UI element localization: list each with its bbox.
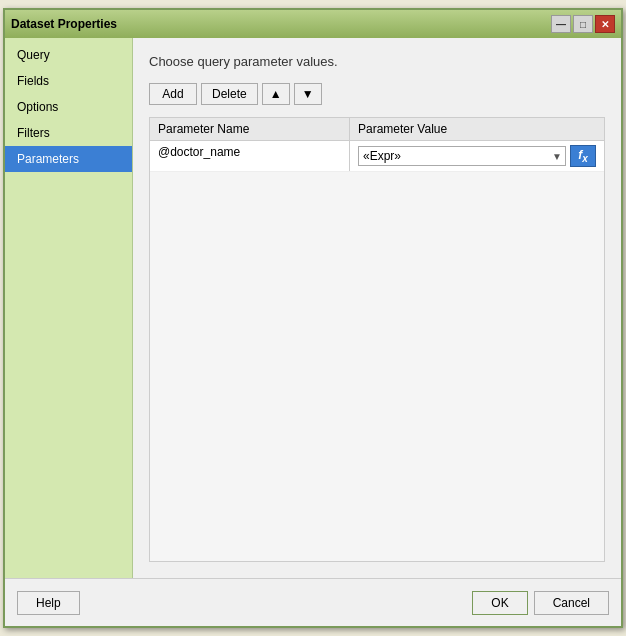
maximize-button[interactable]: □ (573, 15, 593, 33)
bottom-bar: Help OK Cancel (5, 578, 621, 626)
sidebar: Query Fields Options Filters Parameters (5, 38, 133, 578)
table-header: Parameter Name Parameter Value (150, 118, 604, 141)
panel-title: Choose query parameter values. (149, 54, 605, 69)
delete-button[interactable]: Delete (201, 83, 258, 105)
bottom-right-controls: OK Cancel (472, 591, 609, 615)
main-panel: Choose query parameter values. Add Delet… (133, 38, 621, 578)
content-area: Query Fields Options Filters Parameters … (5, 38, 621, 578)
help-button[interactable]: Help (17, 591, 80, 615)
parameter-table: Parameter Name Parameter Value @doctor_n… (149, 117, 605, 562)
title-bar-controls: — □ ✕ (551, 15, 615, 33)
sidebar-item-options[interactable]: Options (5, 94, 132, 120)
cancel-button[interactable]: Cancel (534, 591, 609, 615)
window-title: Dataset Properties (11, 17, 117, 31)
param-value-select[interactable]: «Expr» (358, 146, 566, 166)
ok-button[interactable]: OK (472, 591, 527, 615)
move-up-button[interactable]: ▲ (262, 83, 290, 105)
bottom-left-controls: Help (17, 591, 80, 615)
sidebar-item-query[interactable]: Query (5, 42, 132, 68)
title-bar: Dataset Properties — □ ✕ (5, 10, 621, 38)
param-value-cell: «Expr» ▼ fx (350, 141, 604, 171)
param-name-cell: @doctor_name (150, 141, 350, 171)
table-body-empty (150, 172, 604, 561)
minimize-button[interactable]: — (551, 15, 571, 33)
move-down-button[interactable]: ▼ (294, 83, 322, 105)
sidebar-item-fields[interactable]: Fields (5, 68, 132, 94)
add-button[interactable]: Add (149, 83, 197, 105)
sidebar-item-parameters[interactable]: Parameters (5, 146, 132, 172)
fx-icon: fx (578, 148, 588, 164)
sidebar-item-filters[interactable]: Filters (5, 120, 132, 146)
close-button[interactable]: ✕ (595, 15, 615, 33)
table-row: @doctor_name «Expr» ▼ fx (150, 141, 604, 172)
toolbar: Add Delete ▲ ▼ (149, 83, 605, 105)
col-header-value: Parameter Value (350, 118, 604, 140)
param-value-select-wrapper: «Expr» ▼ (358, 146, 566, 166)
dataset-properties-window: Dataset Properties — □ ✕ Query Fields Op… (3, 8, 623, 628)
col-header-name: Parameter Name (150, 118, 350, 140)
up-arrow-icon: ▲ (270, 87, 282, 101)
fx-button[interactable]: fx (570, 145, 596, 167)
down-arrow-icon: ▼ (302, 87, 314, 101)
